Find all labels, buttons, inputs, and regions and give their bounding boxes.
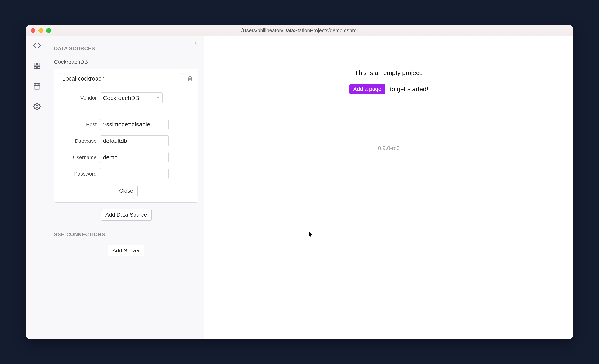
add-server-button[interactable]: Add Server bbox=[108, 245, 144, 256]
sidebar: DATA SOURCES CockroachDB Vendor Cockroac… bbox=[48, 36, 204, 339]
close-button[interactable]: Close bbox=[115, 185, 138, 197]
username-input[interactable] bbox=[100, 152, 168, 163]
vendor-select[interactable]: CockroachDB bbox=[100, 92, 163, 103]
vendor-label: Vendor bbox=[59, 95, 100, 101]
database-label: Database bbox=[59, 138, 100, 144]
svg-rect-4 bbox=[34, 84, 40, 89]
password-label: Password bbox=[59, 171, 100, 177]
add-data-source-button[interactable]: Add Data Source bbox=[101, 209, 151, 221]
host-input[interactable] bbox=[100, 119, 168, 130]
svg-rect-3 bbox=[34, 66, 36, 69]
dashboard-icon[interactable] bbox=[33, 62, 41, 70]
add-page-button[interactable]: Add a page bbox=[349, 84, 385, 94]
collapse-sidebar-button[interactable] bbox=[192, 40, 200, 47]
titlebar: /Users/philipeaton/DataStationProjects/d… bbox=[26, 25, 573, 36]
data-sources-heading: DATA SOURCES bbox=[54, 45, 198, 52]
gear-icon[interactable] bbox=[33, 103, 41, 110]
app-window: /Users/philipeaton/DataStationProjects/d… bbox=[26, 25, 573, 339]
svg-rect-1 bbox=[38, 63, 40, 65]
username-label: Username bbox=[59, 154, 100, 160]
window-title: /Users/philipeaton/DataStationProjects/d… bbox=[26, 27, 573, 34]
data-source-name-input[interactable] bbox=[59, 73, 183, 84]
delete-data-source-button[interactable] bbox=[186, 75, 194, 82]
host-label: Host bbox=[59, 121, 100, 128]
cta-row: Add a page to get started! bbox=[349, 84, 428, 94]
database-input[interactable] bbox=[100, 135, 168, 146]
version-text: 0.9.0-rc3 bbox=[378, 145, 400, 151]
password-input[interactable] bbox=[100, 168, 168, 179]
code-icon[interactable] bbox=[33, 42, 41, 49]
data-source-card: Vendor CockroachDB Host Datab bbox=[54, 69, 198, 203]
main-panel: This is an empty project. Add a page to … bbox=[204, 36, 573, 339]
data-source-type-label: CockroachDB bbox=[54, 59, 198, 65]
svg-point-8 bbox=[36, 105, 38, 107]
empty-project-text: This is an empty project. bbox=[355, 69, 423, 77]
cta-tail-text: to get started! bbox=[390, 86, 428, 93]
svg-rect-2 bbox=[38, 66, 40, 69]
svg-rect-0 bbox=[34, 63, 36, 65]
ssh-connections-heading: SSH CONNECTIONS bbox=[54, 232, 198, 238]
calendar-icon[interactable] bbox=[33, 82, 41, 90]
iconbar bbox=[26, 36, 48, 339]
content: DATA SOURCES CockroachDB Vendor Cockroac… bbox=[26, 36, 573, 339]
cursor-icon bbox=[308, 231, 313, 238]
